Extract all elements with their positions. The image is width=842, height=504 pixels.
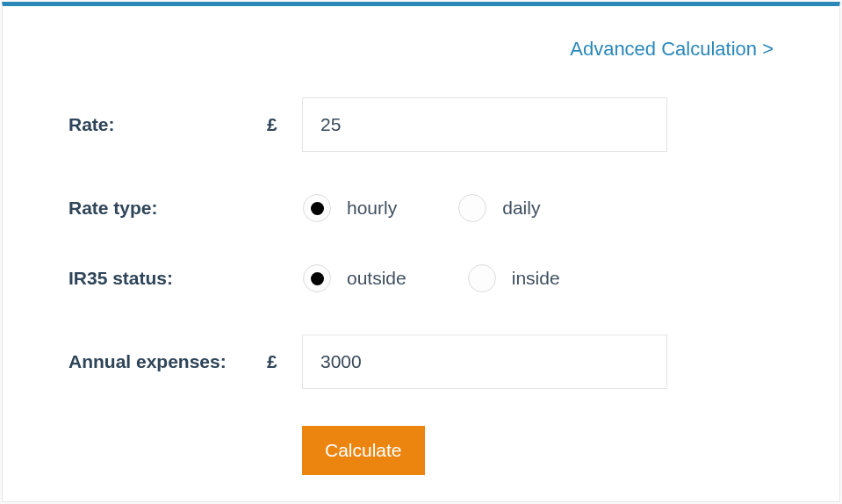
ir35-outside-label: outside <box>347 268 407 289</box>
annual-expenses-label: Annual expenses: <box>68 351 267 372</box>
calculator-panel: Advanced Calculation > Rate: £ Rate type… <box>2 2 840 502</box>
form-content: Rate: £ Rate type: hourly daily <box>68 97 774 475</box>
advanced-calculation-link[interactable]: Advanced Calculation > <box>570 38 774 61</box>
ir35-status-label: IR35 status: <box>68 268 267 289</box>
rate-type-label: Rate type: <box>68 198 267 219</box>
ir35-inside-label: inside <box>512 268 560 289</box>
calculate-button[interactable]: Calculate <box>302 426 425 475</box>
rate-row: Rate: £ <box>68 97 774 152</box>
currency-symbol: £ <box>267 351 302 372</box>
radio-icon <box>303 264 331 292</box>
radio-icon <box>468 264 496 292</box>
rate-type-daily-label: daily <box>502 198 540 219</box>
rate-type-hourly-option[interactable]: hourly <box>303 194 397 222</box>
ir35-inside-option[interactable]: inside <box>468 264 560 292</box>
annual-expenses-input[interactable] <box>302 335 667 389</box>
radio-icon <box>458 194 486 222</box>
radio-icon <box>303 194 331 222</box>
ir35-outside-option[interactable]: outside <box>303 264 407 292</box>
rate-input[interactable] <box>302 97 667 152</box>
rate-type-hourly-label: hourly <box>347 198 397 219</box>
annual-expenses-row: Annual expenses: £ <box>68 335 774 389</box>
currency-symbol: £ <box>267 114 302 135</box>
rate-type-daily-option[interactable]: daily <box>458 194 540 222</box>
rate-type-radio-group: hourly daily <box>303 194 540 222</box>
rate-label: Rate: <box>68 114 267 135</box>
radio-dot-icon <box>311 272 324 285</box>
rate-type-row: Rate type: hourly daily <box>68 194 774 222</box>
ir35-status-row: IR35 status: outside inside <box>68 264 774 292</box>
ir35-status-radio-group: outside inside <box>303 264 560 292</box>
button-row: Calculate <box>302 426 774 475</box>
radio-dot-icon <box>311 202 324 215</box>
